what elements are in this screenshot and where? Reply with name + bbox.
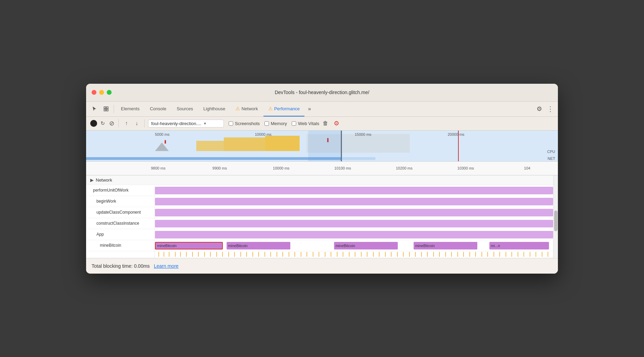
flame-blocks-construct[interactable] <box>155 218 553 229</box>
url-dropdown-arrow: ▼ <box>203 122 207 125</box>
svg-rect-2 <box>104 109 106 111</box>
tick-10300: 10300 ms <box>435 166 497 170</box>
svg-rect-20 <box>175 252 176 257</box>
flame-blocks-app[interactable] <box>155 229 553 240</box>
svg-rect-6 <box>224 137 265 151</box>
web-vitals-checkbox[interactable]: Web Vitals <box>292 121 319 126</box>
memory-checkbox[interactable]: Memory <box>264 121 287 126</box>
svg-rect-80 <box>536 252 536 257</box>
flame-row-mine-bitcoin: mineBitcoin mineBitcoin mineBitcoin mine… <box>86 240 553 251</box>
svg-rect-3 <box>106 109 108 111</box>
performance-settings-icon[interactable]: ⚙ <box>332 119 341 128</box>
more-options-icon[interactable]: ⋮ <box>546 104 555 114</box>
reload-button[interactable]: ↻ <box>99 120 106 127</box>
url-selector[interactable]: foul-heavenly-direction.... ▼ <box>148 120 224 127</box>
cursor-icon-button[interactable] <box>89 103 100 114</box>
svg-rect-24 <box>198 252 199 257</box>
vertical-scrollbar[interactable] <box>553 175 558 258</box>
svg-rect-76 <box>511 252 512 257</box>
flame-row-update-class: updateClassComponent <box>86 207 553 218</box>
close-button[interactable] <box>92 90 96 95</box>
svg-rect-67 <box>457 252 458 257</box>
stop-button[interactable]: ⊘ <box>108 120 115 127</box>
svg-rect-81 <box>542 252 542 257</box>
svg-rect-77 <box>518 252 518 257</box>
tab-lighthouse-label: Lighthouse <box>204 106 226 111</box>
svg-rect-46 <box>331 252 331 257</box>
download-button[interactable]: ↓ <box>133 119 141 127</box>
tab-network[interactable]: ⚠ Network <box>231 101 263 116</box>
learn-more-link[interactable]: Learn more <box>154 263 179 269</box>
markers-label-col <box>86 251 155 258</box>
flame-block-update[interactable] <box>155 209 553 216</box>
cpu-label: CPU <box>547 150 555 154</box>
divider3 <box>144 119 145 127</box>
scroll-thumb[interactable] <box>554 211 558 231</box>
tab-sources[interactable]: Sources <box>172 101 198 116</box>
svg-rect-50 <box>355 252 355 257</box>
memory-label: Memory <box>271 121 287 126</box>
flame-block-mine-2[interactable]: mineBitcoin <box>227 242 290 249</box>
flame-block-mine-1[interactable]: mineBitcoin <box>155 242 223 249</box>
svg-rect-72 <box>487 252 488 257</box>
timeline-label-20000: 20000 ms <box>448 132 464 136</box>
title-bar: DevTools - foul-heavenly-direction.glitc… <box>86 84 558 102</box>
flame-blocks-perform[interactable] <box>155 185 553 196</box>
flame-block-app[interactable] <box>155 231 553 238</box>
svg-rect-74 <box>499 252 500 257</box>
maximize-button[interactable] <box>107 90 112 95</box>
web-vitals-input[interactable] <box>292 121 296 126</box>
svg-rect-7 <box>265 135 300 151</box>
upload-button[interactable]: ↑ <box>122 119 131 127</box>
net-label: NET <box>548 156 555 161</box>
svg-rect-19 <box>169 252 169 257</box>
flame-block-begin[interactable] <box>155 198 553 205</box>
memory-input[interactable] <box>264 121 269 126</box>
svg-rect-29 <box>228 252 229 257</box>
tab-performance[interactable]: ⚠ Performance <box>263 101 304 116</box>
flame-label-app: App <box>86 229 155 240</box>
timeline-overview[interactable]: 5000 ms 10000 ms 15000 ms 20000 ms CPU N… <box>86 131 558 162</box>
svg-rect-54 <box>379 252 380 257</box>
tab-elements[interactable]: Elements <box>116 101 144 116</box>
screenshots-input[interactable] <box>229 121 233 126</box>
flame-block-mine-3[interactable]: mineBitcoin <box>334 242 398 249</box>
checkbox-group: Screenshots Memory Web Vitals <box>229 121 319 126</box>
record-button[interactable] <box>90 120 97 127</box>
svg-rect-14 <box>308 131 343 161</box>
network-section-row[interactable]: ▶ Network <box>86 175 553 185</box>
flame-block-construct[interactable] <box>155 220 553 227</box>
svg-rect-26 <box>210 252 211 257</box>
svg-rect-79 <box>530 252 530 257</box>
settings-gear-icon[interactable]: ⚙ <box>534 104 544 114</box>
flame-blocks-mine[interactable]: mineBitcoin mineBitcoin mineBitcoin mine… <box>155 240 553 251</box>
flame-row-perform-unit: performUnitOfWork <box>86 185 553 196</box>
divider <box>114 105 114 113</box>
flame-label-constructClassInstance: constructClassInstance <box>86 218 155 229</box>
screenshots-checkbox[interactable]: Screenshots <box>229 121 260 126</box>
flame-block-mine-4[interactable]: mineBitcoin <box>414 242 477 249</box>
svg-rect-62 <box>427 252 428 257</box>
svg-rect-40 <box>294 252 295 257</box>
flame-blocks-update[interactable] <box>155 207 553 218</box>
mine-label-2: mineBitcoin <box>228 244 248 248</box>
more-tabs-button[interactable]: » <box>305 106 314 112</box>
devtools-tabs: Elements Console Sources Lighthouse ⚠ Ne… <box>86 102 558 117</box>
minimize-button[interactable] <box>99 90 104 95</box>
svg-rect-71 <box>481 252 482 257</box>
svg-rect-43 <box>313 252 313 257</box>
flame-block-mine-5[interactable]: mi...n <box>489 242 549 249</box>
tab-console[interactable]: Console <box>145 101 171 116</box>
flame-row-app: App <box>86 229 553 240</box>
flame-blocks-begin[interactable] <box>155 196 553 207</box>
record-toolbar: ↻ ⊘ ↑ ↓ foul-heavenly-direction.... ▼ Sc… <box>86 117 558 131</box>
tab-performance-label: Performance <box>274 106 300 111</box>
svg-rect-75 <box>506 252 506 257</box>
tab-lighthouse[interactable]: Lighthouse <box>199 101 230 116</box>
flame-block-perform[interactable] <box>155 187 553 194</box>
trash-button[interactable]: 🗑 <box>321 119 330 127</box>
content-area: ▶ Network performUnitOfWork beg <box>86 175 558 258</box>
inspect-icon-button[interactable] <box>101 103 112 114</box>
mine-label-3: mineBitcoin <box>335 244 355 248</box>
tab-elements-label: Elements <box>121 106 139 111</box>
